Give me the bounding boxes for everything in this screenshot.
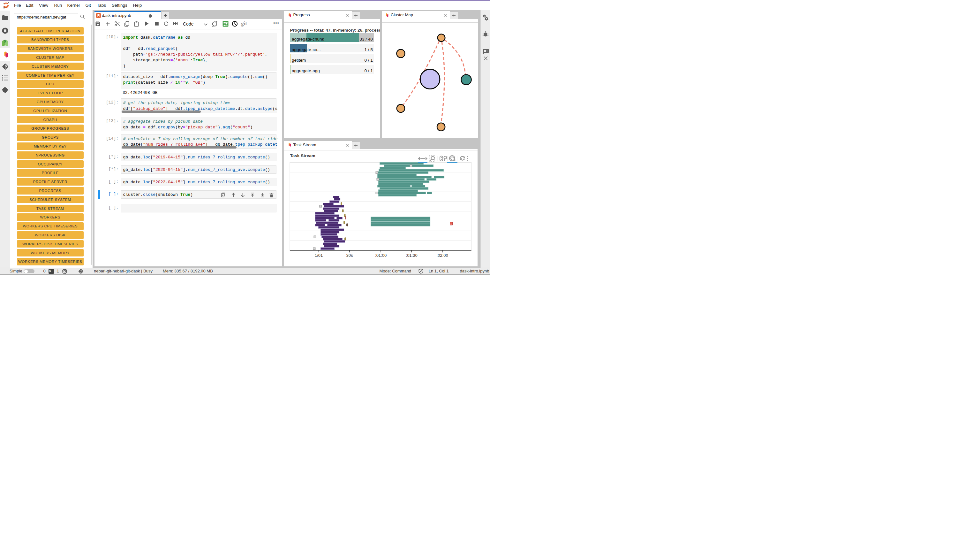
svg-text::01:30: :01:30: [406, 253, 418, 258]
svg-text::02:00: :02:00: [437, 253, 448, 258]
svg-text:1/01: 1/01: [315, 253, 323, 258]
svg-text::01:00: :01:00: [375, 253, 387, 258]
svg-text:30s: 30s: [346, 253, 353, 258]
svg-text:S: S: [4, 40, 6, 43]
